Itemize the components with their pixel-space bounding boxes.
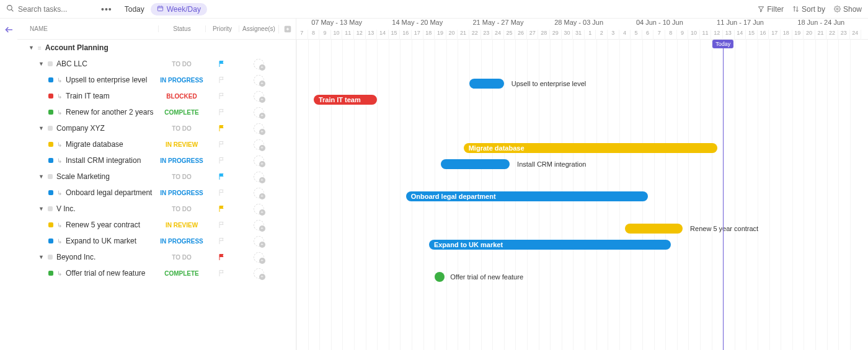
assignee-cell[interactable] [239,172,278,182]
assignee-cell[interactable] [239,236,278,247]
task-name[interactable]: ▼V Inc. [17,204,158,213]
gantt-bar[interactable] [441,159,510,169]
gantt-bar[interactable] [435,272,445,282]
gantt-bar[interactable] [625,224,683,234]
gantt-bar[interactable]: Expand to UK market [429,240,671,250]
priority-cell[interactable] [205,221,239,229]
status-cell[interactable]: TO DO [158,61,205,68]
chevron-down-icon[interactable]: ▼ [38,125,44,131]
today-button[interactable]: Today [125,5,144,14]
status-cell[interactable]: IN REVIEW [158,141,205,148]
priority-cell[interactable] [205,189,239,196]
task-name[interactable]: ↳Migrate database [17,140,158,149]
weekday-toggle[interactable]: Week/Day [151,3,207,15]
task-name[interactable]: ↳Train IT team [17,92,158,100]
assignee-cell[interactable] [239,107,278,118]
gantt-bar[interactable]: Train IT team [314,95,377,105]
task-name[interactable]: ▼Beyond Inc. [17,253,158,261]
add-assignee-icon[interactable] [254,107,264,118]
add-assignee-icon[interactable] [254,172,264,182]
task-name[interactable]: ↳Install CRM integration [17,156,158,165]
task-name[interactable]: ▼ABC LLC [17,59,158,68]
priority-cell[interactable] [205,173,239,180]
add-assignee-icon[interactable] [254,59,264,69]
status-cell[interactable]: TO DO [158,254,205,261]
assignee-cell[interactable] [239,188,278,198]
status-cell[interactable]: TO DO [158,173,205,180]
priority-cell[interactable] [205,76,239,84]
priority-cell[interactable] [205,205,239,212]
gantt-bar[interactable]: Migrate database [464,143,717,153]
status-cell[interactable]: IN REVIEW [158,222,205,229]
chevron-down-icon[interactable]: ▼ [38,206,44,212]
task-name[interactable]: ↳Renew for another 2 years [17,108,158,116]
assignee-cell[interactable] [239,204,278,214]
more-icon[interactable]: ••• [101,4,112,14]
assignee-cell[interactable] [239,75,278,85]
task-name[interactable]: ↳Upsell to enterprise level [17,76,158,84]
priority-cell[interactable] [205,269,239,277]
col-priority[interactable]: Priority [205,25,239,32]
chevron-down-icon[interactable]: ▼ [38,254,44,260]
day-header: 28 [538,30,550,40]
assignee-cell[interactable] [239,139,278,150]
collapse-sidebar-button[interactable] [0,19,17,350]
col-name[interactable]: NAME [17,25,158,32]
assignee-cell[interactable] [239,91,278,102]
task-name[interactable]: ↳Renew 5 year contract [17,221,158,229]
add-assignee-icon[interactable] [254,139,264,150]
task-name[interactable]: ↳Offer trial of new feature [17,269,158,278]
assignee-cell[interactable] [239,268,278,279]
chevron-down-icon[interactable]: ▼ [38,173,44,180]
add-assignee-icon[interactable] [254,220,264,230]
task-name[interactable]: ↳Expand to UK market [17,237,158,245]
assignee-cell[interactable] [239,155,278,166]
priority-cell[interactable] [205,237,239,245]
status-cell[interactable]: TO DO [158,206,205,212]
chevron-down-icon[interactable]: ▼ [29,45,34,51]
add-assignee-icon[interactable] [254,188,264,198]
assignee-cell[interactable] [239,123,278,134]
chevron-down-icon[interactable]: ▼ [38,61,44,67]
priority-cell[interactable] [205,92,239,100]
assignee-cell[interactable] [239,252,278,263]
add-assignee-icon[interactable] [254,252,264,263]
add-assignee-icon[interactable] [254,155,264,166]
assignee-cell[interactable] [239,59,278,69]
status-cell[interactable]: IN PROGRESS [158,77,205,84]
priority-cell[interactable] [205,125,239,132]
priority-cell[interactable] [205,60,239,68]
search-input[interactable] [18,5,92,14]
add-assignee-icon[interactable] [254,236,264,247]
search-wrap[interactable] [6,4,92,14]
col-status[interactable]: Status [158,25,205,32]
priority-cell[interactable] [205,253,239,261]
status-cell[interactable]: COMPLETE [158,270,205,277]
status-cell[interactable]: IN PROGRESS [158,157,205,164]
add-assignee-icon[interactable] [254,91,264,102]
status-cell[interactable]: IN PROGRESS [158,190,205,196]
task-name[interactable]: ↳Onboard legal department [17,188,158,197]
priority-cell[interactable] [205,141,239,148]
status-cell[interactable]: BLOCKED [158,93,205,100]
sortby-button[interactable]: Sort by [792,5,825,14]
task-name[interactable]: ▼≡Account Planning [17,43,158,52]
gantt-bar[interactable] [469,79,504,89]
filter-button[interactable]: Filter [758,5,784,14]
add-column-button[interactable] [278,25,296,33]
col-assignees[interactable]: Assignee(s) [239,25,278,32]
add-assignee-icon[interactable] [254,204,264,214]
priority-cell[interactable] [205,157,239,164]
show-button[interactable]: Show [834,5,862,14]
status-cell[interactable]: IN PROGRESS [158,238,205,245]
add-assignee-icon[interactable] [254,123,264,134]
add-assignee-icon[interactable] [254,268,264,279]
priority-cell[interactable] [205,108,239,116]
assignee-cell[interactable] [239,220,278,230]
task-name[interactable]: ▼Company XYZ [17,124,158,133]
task-name[interactable]: ▼Scale Marketing [17,172,158,181]
add-assignee-icon[interactable] [254,75,264,85]
status-cell[interactable]: COMPLETE [158,109,205,116]
gantt-bar[interactable]: Onboard legal department [406,191,649,201]
status-cell[interactable]: TO DO [158,125,205,132]
